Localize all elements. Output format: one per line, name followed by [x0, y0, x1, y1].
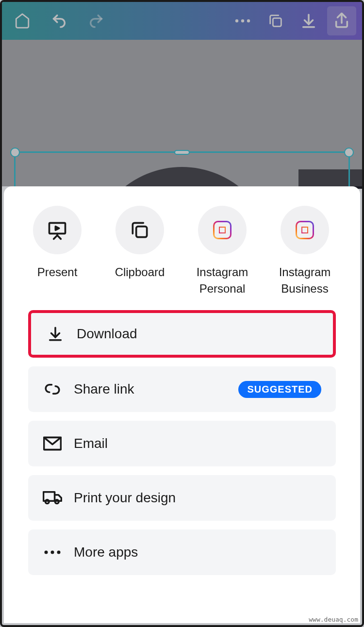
modal-overlay[interactable]: [2, 2, 362, 186]
present-icon: [47, 219, 68, 241]
option-share-link[interactable]: Share link SUGGESTED: [28, 366, 336, 412]
share-label: Instagram Personal: [197, 264, 248, 297]
option-label: More apps: [74, 544, 321, 560]
share-target-instagram-personal[interactable]: Instagram Personal: [183, 206, 261, 297]
more-dots-icon: [44, 550, 61, 554]
share-label: Present: [37, 264, 78, 280]
svg-rect-7: [44, 492, 55, 501]
share-target-facebook[interactable]: Face Pro: [348, 206, 360, 297]
share-label: Instagram Business: [279, 264, 331, 297]
clipboard-icon: [129, 219, 150, 241]
option-label: Share link: [74, 381, 238, 397]
option-label: Email: [74, 436, 321, 451]
option-print[interactable]: Print your design: [28, 475, 336, 521]
instagram-icon: [296, 221, 314, 239]
truck-icon: [43, 491, 62, 505]
svg-rect-5: [136, 227, 147, 237]
option-more-apps[interactable]: More apps: [28, 529, 336, 575]
email-icon: [43, 436, 62, 451]
share-target-clipboard[interactable]: Clipboard: [101, 206, 179, 297]
option-email[interactable]: Email: [28, 421, 336, 466]
svg-point-11: [51, 551, 54, 554]
svg-point-10: [45, 551, 48, 554]
share-label: Clipboard: [115, 264, 165, 280]
share-target-instagram-business[interactable]: Instagram Business: [266, 206, 344, 297]
instagram-icon: [213, 221, 232, 239]
share-options-list: Download Share link SUGGESTED Email: [4, 297, 360, 575]
suggested-badge: SUGGESTED: [238, 381, 321, 398]
watermark: www.deuaq.com: [309, 616, 358, 623]
option-download[interactable]: Download: [28, 310, 336, 358]
share-target-present[interactable]: Present: [18, 206, 96, 297]
share-sheet: Present Clipboard Instagram Personal: [4, 186, 360, 623]
option-label: Download: [77, 326, 318, 342]
link-icon: [43, 381, 62, 397]
share-targets-row[interactable]: Present Clipboard Instagram Personal: [4, 206, 360, 297]
option-label: Print your design: [74, 490, 321, 506]
download-icon: [47, 326, 64, 342]
svg-point-12: [57, 551, 61, 554]
